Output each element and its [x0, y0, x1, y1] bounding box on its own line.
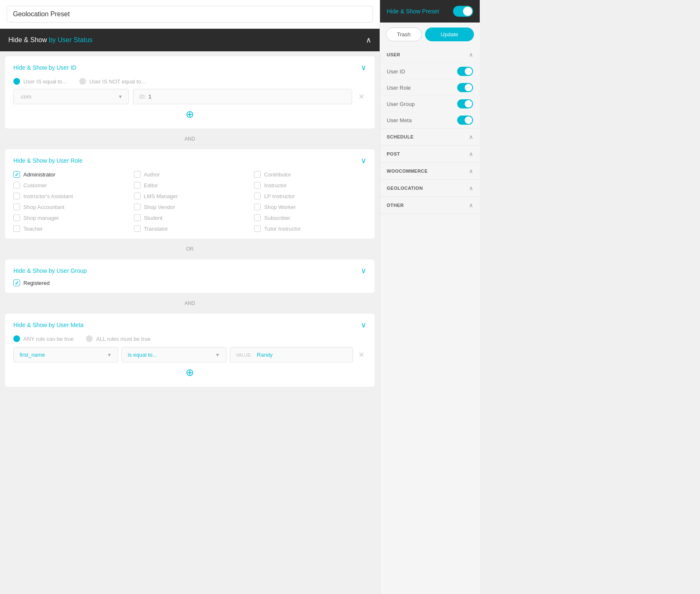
toggle-label: User Role [387, 85, 411, 91]
add-icon[interactable]: ⊕ [186, 108, 194, 120]
mini-toggle-user-meta[interactable] [457, 116, 473, 125]
section-header-chevron[interactable]: ∧ [366, 35, 371, 45]
checkbox-box [254, 171, 261, 178]
meta-operator-select[interactable]: is equal to... ▼ [121, 347, 226, 362]
role-label: Shop Accountant [23, 204, 64, 210]
side-section-header-geolocation[interactable]: GEOLOCATION ∧ [380, 180, 480, 196]
side-section-chevron-icon: ∧ [469, 151, 473, 157]
meta-toggle-row: ANY rule can be true ALL rules must be t… [13, 335, 366, 342]
check-mark-icon: ✓ [15, 171, 19, 178]
preset-toggle[interactable] [453, 6, 473, 17]
user-role-chevron[interactable]: ∨ [361, 156, 366, 165]
role-checkbox-item[interactable]: Shop manager [13, 214, 126, 221]
all-rules-option[interactable]: ALL rules must be true [86, 335, 150, 342]
user-group-card-title: Hide & Show by User Group ∨ [13, 266, 366, 275]
toggle-label: User ID [387, 68, 405, 75]
mini-knob [465, 100, 472, 108]
side-section-header-woocommerce[interactable]: WOOCOMMERCE ∧ [380, 163, 480, 179]
role-checkbox-item[interactable]: Translator [134, 225, 246, 232]
role-checkbox-item[interactable]: Tutor Instructor [254, 225, 366, 232]
role-checkbox-item[interactable]: Shop Worker [254, 204, 366, 210]
user-meta-chevron[interactable]: ∨ [361, 320, 366, 330]
side-sections: USER ∧ User ID User Role User Group User… [380, 46, 480, 214]
meta-input-row: first_name ▼ is equal to... ▼ VALUE: Ran… [13, 347, 366, 362]
side-section-header-schedule[interactable]: SCHEDULE ∧ [380, 128, 480, 145]
preset-title-input[interactable] [7, 6, 373, 23]
user-role-card-title: Hide & Show by User Role ∨ [13, 156, 366, 165]
side-header-title: Hide & Show Preset [387, 8, 439, 15]
checkbox-box [134, 204, 141, 210]
clear-id-button[interactable]: ✕ [356, 92, 366, 102]
clear-meta-button[interactable]: ✕ [356, 350, 366, 360]
side-section-other: OTHER ∧ [380, 197, 480, 214]
role-label: Shop Worker [264, 204, 296, 210]
meta-value-input[interactable]: VALUE: Randy [230, 347, 353, 362]
toggle-label: User Group [387, 101, 415, 107]
connector-or: OR [0, 244, 380, 254]
id-value-input[interactable]: ID: 1 [133, 89, 352, 104]
side-section-chevron-icon: ∧ [469, 202, 473, 209]
checkbox-box [13, 193, 20, 199]
site-select[interactable]: .com ▼ [13, 89, 129, 104]
role-checkbox-item[interactable]: Shop Vendor [134, 204, 246, 210]
side-section-label: SCHEDULE [387, 134, 414, 139]
side-section-label: USER [387, 52, 400, 57]
side-section-schedule: SCHEDULE ∧ [380, 128, 480, 146]
any-rule-option[interactable]: ANY rule can be true [13, 335, 73, 342]
trash-button[interactable]: Trash [386, 28, 422, 41]
role-checkbox-item[interactable]: Shop Accountant [13, 204, 126, 210]
role-checkbox-item[interactable]: Subscriber [254, 214, 366, 221]
role-label: LP Instructor [264, 193, 295, 199]
is-not-equal-option[interactable]: User IS NOT equal to... [79, 78, 146, 85]
role-checkbox-item[interactable]: LMS Manager [134, 193, 246, 199]
connector-and-2: AND [0, 298, 380, 309]
action-buttons: Trash Update [380, 23, 480, 46]
toggle-row-user-id: User ID [380, 63, 480, 79]
user-id-input-row: .com ▼ ID: 1 ✕ [13, 89, 366, 104]
mini-knob [465, 84, 472, 91]
role-checkbox-item[interactable]: Instructor [254, 182, 366, 189]
role-checkbox-item[interactable]: Teacher [13, 225, 126, 232]
side-section-header-post[interactable]: POST ∧ [380, 146, 480, 162]
add-meta-icon[interactable]: ⊕ [186, 367, 194, 378]
meta-key-select[interactable]: first_name ▼ [13, 347, 118, 362]
user-role-card: Hide & Show by User Role ∨ ✓ Administrat… [5, 149, 375, 239]
any-rule-dot [13, 335, 20, 342]
checkbox-box [254, 182, 261, 189]
select-arrow-icon: ▼ [118, 94, 123, 100]
mini-toggle-user-group[interactable] [457, 99, 473, 108]
is-not-equal-dot [79, 78, 86, 85]
role-checkbox-item[interactable]: ✓ Administrator [13, 171, 126, 178]
update-button[interactable]: Update [425, 28, 474, 41]
toggle-label: User Meta [387, 117, 412, 123]
role-checkbox-item[interactable]: Student [134, 214, 246, 221]
role-checkbox-grid: ✓ Administrator Author Contributor Custo… [13, 171, 366, 232]
group-check-mark-icon: ✓ [15, 280, 19, 286]
mini-toggle-user-id[interactable] [457, 67, 473, 76]
role-checkbox-item[interactable]: Author [134, 171, 246, 178]
role-checkbox-item[interactable]: Instructor's Assistant [13, 193, 126, 199]
mini-knob [465, 68, 472, 75]
mini-toggle-user-role[interactable] [457, 83, 473, 92]
role-checkbox-item[interactable]: Customer [13, 182, 126, 189]
side-section-header-user[interactable]: USER ∧ [380, 46, 480, 63]
operator-arrow-icon: ▼ [215, 352, 220, 358]
checkbox-box [254, 193, 261, 199]
user-id-chevron[interactable]: ∨ [361, 63, 366, 72]
side-section-header-other[interactable]: OTHER ∧ [380, 197, 480, 214]
user-group-chevron[interactable]: ∨ [361, 266, 366, 275]
side-section-chevron-icon: ∧ [469, 185, 473, 191]
role-label: LMS Manager [144, 193, 178, 199]
main-panel: Hide & Show by User Status ∧ Hide & Show… [0, 0, 380, 594]
role-checkbox-item[interactable]: Contributor [254, 171, 366, 178]
is-equal-option[interactable]: User IS equal to... [13, 78, 67, 85]
toggle-row-user-role: User Role [380, 79, 480, 96]
role-checkbox-item[interactable]: Editor [134, 182, 246, 189]
side-section-geolocation: GEOLOCATION ∧ [380, 180, 480, 197]
checkbox-box [134, 171, 141, 178]
is-equal-dot [13, 78, 20, 85]
checkbox-box [254, 225, 261, 232]
group-checkbox-item[interactable]: ✓ Registered [13, 279, 366, 286]
role-label: Instructor's Assistant [23, 193, 73, 199]
role-checkbox-item[interactable]: LP Instructor [254, 193, 366, 199]
